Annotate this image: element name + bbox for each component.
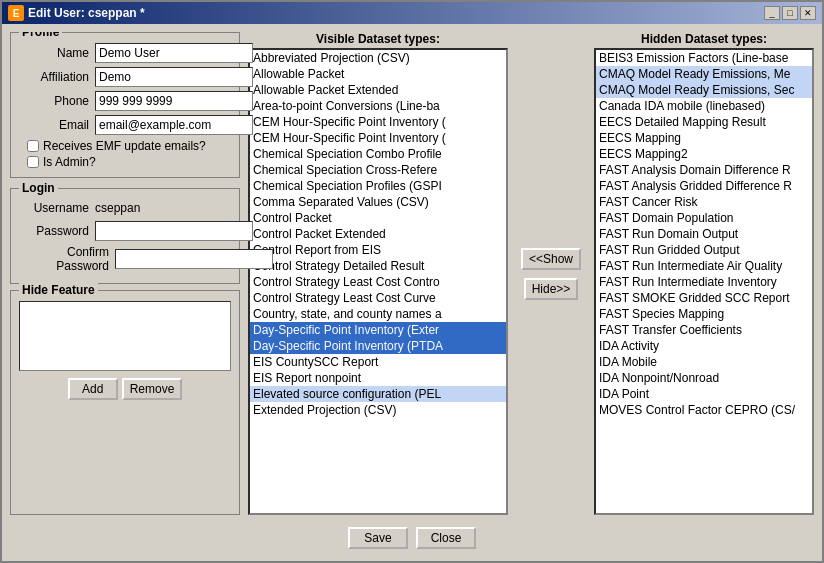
visible-dataset-item[interactable]: EIS Report nonpoint: [250, 370, 506, 386]
bottom-buttons: Save Close: [10, 521, 814, 553]
confirm-password-row: Confirm Password: [19, 245, 231, 273]
visible-dataset-item[interactable]: Allowable Packet Extended: [250, 82, 506, 98]
hidden-dataset-item[interactable]: FAST Cancer Risk: [596, 194, 812, 210]
username-value: cseppan: [95, 199, 140, 217]
hidden-dataset-item[interactable]: IDA Point: [596, 386, 812, 402]
show-button[interactable]: <<Show: [521, 248, 581, 270]
emf-emails-checkbox[interactable]: [27, 140, 39, 152]
phone-row: Phone: [19, 91, 231, 111]
affiliation-row: Affiliation: [19, 67, 231, 87]
is-admin-row: Is Admin?: [27, 155, 231, 169]
hidden-dataset-item[interactable]: EECS Mapping: [596, 130, 812, 146]
left-panel: Profile Name Affiliation Phone: [10, 32, 240, 515]
hidden-dataset-item[interactable]: MOVES Control Factor CEPRO (CS/: [596, 402, 812, 418]
hide-feature-buttons: Add Remove: [19, 378, 231, 400]
visible-dataset-item[interactable]: CEM Hour-Specific Point Inventory (: [250, 130, 506, 146]
hidden-dataset-item[interactable]: EECS Detailed Mapping Result: [596, 114, 812, 130]
emf-emails-label: Receives EMF update emails?: [43, 139, 206, 153]
maximize-button[interactable]: □: [782, 6, 798, 20]
phone-label: Phone: [19, 94, 89, 108]
visible-dataset-item[interactable]: Control Strategy Least Cost Contro: [250, 274, 506, 290]
confirm-password-label: Confirm Password: [19, 245, 109, 273]
visible-dataset-item[interactable]: Chemical Speciation Profiles (GSPI: [250, 178, 506, 194]
email-label: Email: [19, 118, 89, 132]
name-input[interactable]: [95, 43, 253, 63]
login-group: Login Username cseppan Password Confirm …: [10, 188, 240, 284]
hidden-dataset-item[interactable]: FAST Analysis Domain Difference R: [596, 162, 812, 178]
visible-dataset-item[interactable]: CEM Hour-Specific Point Inventory (: [250, 114, 506, 130]
visible-dataset-item[interactable]: Extended Projection (CSV): [250, 402, 506, 418]
is-admin-label: Is Admin?: [43, 155, 96, 169]
hidden-dataset-item[interactable]: FAST Run Gridded Output: [596, 242, 812, 258]
hidden-dataset-item[interactable]: FAST Species Mapping: [596, 306, 812, 322]
hidden-dataset-item[interactable]: Canada IDA mobile (linebased): [596, 98, 812, 114]
email-row: Email: [19, 115, 231, 135]
visible-dataset-item[interactable]: Comma Separated Values (CSV): [250, 194, 506, 210]
window-content: Profile Name Affiliation Phone: [2, 24, 822, 561]
visible-dataset-item[interactable]: Control Packet Extended: [250, 226, 506, 242]
visible-dataset-item[interactable]: Day-Specific Point Inventory (PTDA: [250, 338, 506, 354]
save-button[interactable]: Save: [348, 527, 408, 549]
add-button[interactable]: Add: [68, 378, 118, 400]
visible-dataset-item[interactable]: EIS CountySCC Report: [250, 354, 506, 370]
hidden-dataset-item[interactable]: IDA Activity: [596, 338, 812, 354]
hidden-dataset-item[interactable]: FAST Domain Population: [596, 210, 812, 226]
visible-dataset-item[interactable]: Country, state, and county names a: [250, 306, 506, 322]
visible-dataset-item[interactable]: Day-Specific Point Inventory (Exter: [250, 322, 506, 338]
password-input[interactable]: [95, 221, 253, 241]
emf-emails-row: Receives EMF update emails?: [27, 139, 231, 153]
email-input[interactable]: [95, 115, 253, 135]
visible-dataset-item[interactable]: Allowable Packet: [250, 66, 506, 82]
affiliation-input[interactable]: [95, 67, 253, 87]
hidden-dataset-item[interactable]: EECS Mapping2: [596, 146, 812, 162]
name-row: Name: [19, 43, 231, 63]
visible-dataset-item[interactable]: Chemical Speciation Cross-Refere: [250, 162, 506, 178]
hidden-datasets-label: Hidden Dataset types:: [594, 32, 814, 46]
minimize-button[interactable]: _: [764, 6, 780, 20]
confirm-password-input[interactable]: [115, 249, 273, 269]
title-buttons: _ □ ✕: [764, 6, 816, 20]
hidden-dataset-item[interactable]: IDA Nonpoint/Nonroad: [596, 370, 812, 386]
hidden-datasets-panel: Hidden Dataset types: BEIS3 Emission Fac…: [594, 32, 814, 515]
visible-dataset-item[interactable]: Chemical Speciation Combo Profile: [250, 146, 506, 162]
visible-dataset-item[interactable]: Area-to-point Conversions (Line-ba: [250, 98, 506, 114]
hidden-dataset-item[interactable]: FAST Run Intermediate Inventory: [596, 274, 812, 290]
visible-dataset-item[interactable]: Abbreviated Projection (CSV): [250, 50, 506, 66]
phone-input[interactable]: [95, 91, 253, 111]
hide-button[interactable]: Hide>>: [524, 278, 579, 300]
visible-dataset-item[interactable]: Control Strategy Detailed Result: [250, 258, 506, 274]
visible-datasets-list[interactable]: Abbreviated Projection (CSV)Allowable Pa…: [248, 48, 508, 515]
visible-datasets-label: Visible Dataset types:: [248, 32, 508, 46]
main-window: E Edit User: cseppan * _ □ ✕ Profile Nam…: [0, 0, 824, 563]
hidden-dataset-item[interactable]: CMAQ Model Ready Emissions, Me: [596, 66, 812, 82]
profile-legend: Profile: [19, 32, 62, 39]
is-admin-checkbox[interactable]: [27, 156, 39, 168]
hidden-dataset-item[interactable]: FAST Run Intermediate Air Quality: [596, 258, 812, 274]
hide-feature-legend: Hide Feature: [19, 283, 98, 297]
hide-feature-group: Hide Feature Add Remove: [10, 290, 240, 515]
visible-dataset-item[interactable]: Control Packet: [250, 210, 506, 226]
hidden-dataset-item[interactable]: IDA Mobile: [596, 354, 812, 370]
hide-feature-textarea[interactable]: [19, 301, 231, 371]
close-button[interactable]: ✕: [800, 6, 816, 20]
hidden-dataset-item[interactable]: FAST Run Domain Output: [596, 226, 812, 242]
hidden-dataset-item[interactable]: BEIS3 Emission Factors (Line-base: [596, 50, 812, 66]
window-title: Edit User: cseppan *: [28, 6, 145, 20]
hidden-dataset-item[interactable]: FAST Transfer Coefficients: [596, 322, 812, 338]
profile-group: Profile Name Affiliation Phone: [10, 32, 240, 178]
remove-button[interactable]: Remove: [122, 378, 183, 400]
affiliation-label: Affiliation: [19, 70, 89, 84]
hidden-dataset-item[interactable]: FAST SMOKE Gridded SCC Report: [596, 290, 812, 306]
hidden-dataset-item[interactable]: CMAQ Model Ready Emissions, Sec: [596, 82, 812, 98]
username-label: Username: [19, 201, 89, 215]
main-row: Profile Name Affiliation Phone: [10, 32, 814, 515]
hidden-datasets-list[interactable]: BEIS3 Emission Factors (Line-baseCMAQ Mo…: [594, 48, 814, 515]
app-icon: E: [8, 5, 24, 21]
visible-dataset-item[interactable]: Elevated source configuration (PEL: [250, 386, 506, 402]
name-label: Name: [19, 46, 89, 60]
visible-dataset-item[interactable]: Control Strategy Least Cost Curve: [250, 290, 506, 306]
visible-dataset-item[interactable]: Control Report from EIS: [250, 242, 506, 258]
close-button-bottom[interactable]: Close: [416, 527, 476, 549]
password-row: Password: [19, 221, 231, 241]
hidden-dataset-item[interactable]: FAST Analysis Gridded Difference R: [596, 178, 812, 194]
